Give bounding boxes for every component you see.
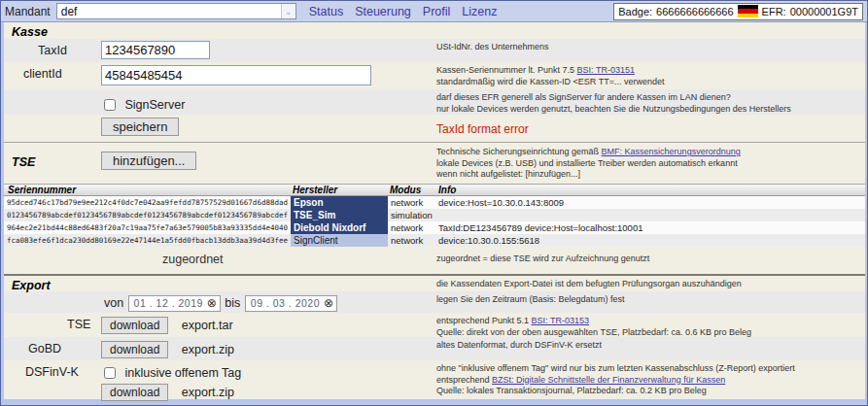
modus-cell: network	[388, 196, 434, 209]
speichern-button[interactable]: speichern	[101, 118, 179, 136]
clientid-input[interactable]	[101, 65, 371, 85]
gobd-export-filename: export.zip	[182, 343, 234, 356]
tse-title: TSE	[12, 155, 35, 169]
export-info: die Kassendaten Export-Datei ist dem bef…	[436, 279, 859, 290]
tse-table-row[interactable]: fca083efe6f1dca230dd80169e22e47144e1a5fd…	[4, 234, 865, 247]
hersteller-cell: TSE_Sim	[291, 209, 388, 221]
bzst-dsfinvk-link[interactable]: BZSt: Digitale Schnittstelle der Finanzv…	[492, 375, 725, 385]
info-cell: TaxId:DE123456789 device:Host=localhost:…	[434, 221, 865, 234]
zeitraum-info: legen Sie den Zeitraum (Basis: Belegdatu…	[436, 294, 859, 306]
info-cell: device:Host=10.30.0.143:8009	[434, 196, 865, 209]
kasse-section-header: Kasse	[4, 22, 865, 39]
efr-label: EFR:	[762, 6, 786, 17]
serial-cell: 964ec2e21bd44c88ed6483f20a7c19aa75fe7a63…	[4, 221, 291, 234]
export-tse-label: TSE	[4, 313, 101, 337]
nav-link-steuerung[interactable]: Steuerung	[355, 5, 411, 18]
signserver-checkbox[interactable]	[104, 99, 116, 111]
export-title: Export	[4, 276, 434, 291]
top-bar: Mandant def ⌄ Status Steuerung Profil Li…	[1, 1, 867, 22]
bsi-tr-03151-link[interactable]: BSI: TR-03151	[577, 65, 635, 75]
bmf-kassensicherungsverordnung-link[interactable]: BMF: Kassensicherungsverordnung	[602, 147, 741, 156]
serial-cell: fca083efe6f1dca230dd80169e22e47144e1a5fd…	[4, 234, 291, 247]
bis-label: bis	[225, 296, 240, 310]
info-cell: device:10.30.0.155:5618	[434, 234, 865, 247]
speichern-row: speichern TaxId format error	[4, 115, 865, 142]
zugeordnet-label: zugeordnet	[4, 247, 434, 274]
mandant-label: Mandant	[5, 5, 51, 18]
col-header-info: Info	[434, 185, 865, 195]
badge-efr-box: Badge: 6666666666666 EFR: 00000001G9T	[613, 3, 863, 20]
nav-link-status[interactable]: Status	[309, 5, 343, 18]
tse-download-button[interactable]: download	[101, 317, 168, 334]
tse-table-row[interactable]: 95dced746c17bd79e9ee212c4f0dc7e042aa9fef…	[4, 196, 865, 209]
clear-date-icon[interactable]: ⊗	[324, 296, 333, 310]
top-nav: Status Steuerung Profil Lizenz	[309, 5, 498, 18]
export-gobd-row: GoBD download export.zip altes Datenform…	[4, 337, 865, 360]
dsfinvk-label: DSFinV-K	[4, 360, 101, 399]
taxid-error-message: TaxId format error	[436, 118, 859, 138]
clientid-label: clientId	[4, 62, 101, 89]
clear-date-icon[interactable]: ⊗	[207, 296, 217, 310]
clientid-info-text: Kassen-Seriennummer lt. Punkt 7.5	[436, 65, 577, 75]
signserver-info-1: darf dieses EFR generell als SignServer …	[436, 92, 859, 104]
dsfinvk-export-filename: export.zip	[182, 386, 234, 399]
export-tse-row: TSE download export.tar entsprechend Pun…	[4, 313, 865, 337]
nav-link-lizenz[interactable]: Lizenz	[462, 5, 497, 18]
taxid-info: USt-IdNr. des Unternehmens	[436, 42, 859, 53]
tse-table-row[interactable]: 0123456789abcdef0123456789abcdef01234567…	[4, 209, 865, 221]
dsfinvk-info-text: entsprechend	[436, 375, 492, 385]
tse-info-3: wenn nicht aufgelistet: [hinzufügen...]	[436, 169, 859, 181]
clientid-info-2: standardmäßig wird die Kassen-ID <ESR TT…	[436, 77, 859, 88]
von-date-input[interactable]: 01 . 12 . 2019 ⊗	[128, 295, 221, 312]
tse-hinzufuegen-button[interactable]: hinzufügen...	[101, 152, 196, 170]
mandant-select[interactable]: def ⌄	[56, 3, 296, 19]
zeitraum-row: von 01 . 12 . 2019 ⊗ bis 09 . 03 . 2020 …	[4, 291, 865, 313]
tse-info-text: Technische Sicherungseinrichtung gemäß	[436, 147, 602, 156]
zugeordnet-row: zugeordnet zugeordnet = diese TSE wird z…	[4, 247, 865, 274]
hersteller-cell: SignClient	[291, 234, 388, 247]
chevron-down-icon[interactable]: ⌄	[281, 4, 295, 18]
taxid-input[interactable]	[101, 41, 210, 59]
tse-export-filename: export.tar	[182, 319, 233, 332]
signserver-info-2: nur lokale Devices werden genutzt, beach…	[436, 104, 859, 116]
nav-link-profil[interactable]: Profil	[423, 5, 450, 18]
hersteller-cell: Diebold Nixdorf	[291, 221, 388, 234]
modus-cell: network	[388, 221, 434, 234]
export-section-header: Export die Kassendaten Export-Datei ist …	[4, 274, 865, 291]
bsi-tr-03153-link[interactable]: BSI: TR-03153	[532, 316, 589, 325]
von-date-value: 01 . 12 . 2019	[134, 297, 203, 309]
efr-value: 00000001G9T	[790, 6, 858, 17]
taxid-label: TaxId	[4, 39, 101, 62]
modus-cell: network	[388, 234, 434, 247]
bis-date-input[interactable]: 09 . 03 . 2020 ⊗	[245, 295, 337, 312]
col-header-modus: Modus	[388, 185, 434, 195]
inklusive-offenem-tag-checkbox[interactable]	[104, 367, 116, 379]
taxid-row: TaxId USt-IdNr. des Unternehmens	[4, 39, 865, 62]
zugeordnet-info: zugeordnet = diese TSE wird zur Aufzeich…	[436, 254, 859, 265]
serial-cell: 0123456789abcdef0123456789abcdef01234567…	[4, 209, 291, 221]
gobd-label: GoBD	[4, 337, 101, 360]
tse-section-row: TSE hinzufügen... Technische Sicherungse…	[4, 142, 865, 184]
kasse-title: Kasse	[4, 22, 48, 39]
tse-info-2: lokale Devices (z.B. USB) und installier…	[436, 158, 859, 170]
hersteller-cell: Epson	[291, 196, 388, 209]
tse-table-row[interactable]: 964ec2e21bd44c88ed6483f20a7c19aa75fe7a63…	[4, 221, 865, 234]
tse-table-header: Seriennummer Hersteller Modus Info	[4, 184, 865, 196]
german-flag-icon	[738, 5, 758, 17]
von-label: von	[104, 296, 123, 310]
export-dsfinvk-row: DSFinV-K inklusive offenem Tag download …	[4, 360, 865, 399]
gobd-download-button[interactable]: download	[101, 341, 168, 358]
inklusive-offenem-tag-label: inklusive offenem Tag	[124, 366, 241, 380]
badge-value: 6666666666666	[656, 6, 734, 17]
main-content: Kasse TaxId USt-IdNr. des Unternehmens c…	[4, 22, 865, 399]
signserver-row: SignServer darf dieses EFR generell als …	[4, 89, 865, 115]
badge-label: Badge:	[618, 6, 652, 17]
dsfinvk-download-button[interactable]: download	[101, 384, 168, 401]
info-cell	[434, 209, 865, 221]
serial-cell: 95dced746c17bd79e9ee212c4f0dc7e042aa9fef…	[4, 196, 291, 209]
signserver-label: SignServer	[124, 98, 185, 112]
clientid-row: clientId Kassen-Seriennummer lt. Punkt 7…	[4, 62, 865, 89]
export-tse-info-text: entsprechend Punkt 5.1	[436, 316, 532, 325]
mandant-select-value: def	[57, 5, 281, 18]
gobd-info: altes Datenformat, durch DSFinV-K ersetz…	[436, 340, 859, 352]
